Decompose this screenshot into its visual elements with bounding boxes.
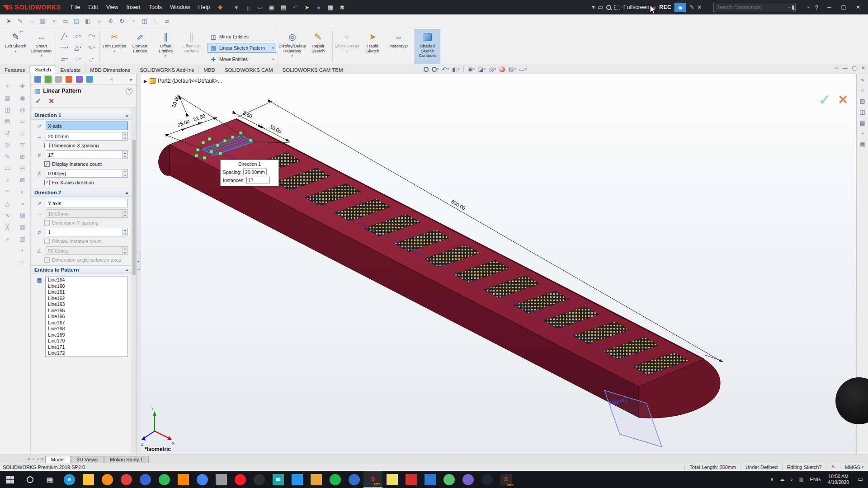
zoom-icon[interactable]: ○ (94, 16, 104, 26)
status-units[interactable]: MMGS ▾ (840, 463, 868, 471)
confirm-cancel-icon[interactable]: ✕ (838, 93, 848, 107)
tab-solidworks-add-ins[interactable]: SOLIDWORKS Add-Ins (135, 66, 199, 74)
displaymanager-tab[interactable] (76, 76, 83, 83)
taskbar-app-app-blue2[interactable] (420, 471, 439, 488)
view-top-icon[interactable]: ▤ (71, 16, 82, 26)
grid-icon[interactable]: ▦ (38, 16, 48, 26)
tab-sketch[interactable]: Sketch (30, 65, 56, 74)
dock-tool-b13[interactable]: ▧ (17, 221, 28, 233)
task-view-button[interactable]: ▦ (40, 471, 60, 488)
tab-features[interactable]: Features (0, 66, 30, 74)
dock-tool-1[interactable]: ⌖ (2, 80, 13, 92)
view-orientation-icon[interactable]: ▣▾ (467, 66, 476, 73)
hide-show-items-icon[interactable]: ◎▾ (488, 66, 497, 73)
tray-clock[interactable]: 10:50 AM 4/10/2020 (824, 474, 853, 485)
zoom-fit-icon[interactable] (423, 67, 429, 72)
taskbar-app-edge[interactable]: e (60, 471, 79, 488)
direction1-angle-field[interactable] (46, 169, 128, 178)
menu-insert[interactable]: Insert (123, 0, 145, 14)
confirm-ok-icon[interactable]: ✓ (819, 91, 831, 108)
featuremanager-tab[interactable] (34, 76, 41, 83)
taskbar-app-browser-globe[interactable] (344, 471, 363, 488)
appearance-icon[interactable]: ◔ (128, 16, 138, 26)
chevron-down-icon[interactable]: ▾ (292, 54, 293, 59)
scrollbar-thumb[interactable] (132, 140, 136, 275)
entity-list-item[interactable]: Line161 (46, 289, 127, 296)
chevron-down-icon[interactable]: ▾ (66, 34, 67, 38)
taskbar-app-firefox[interactable] (98, 471, 117, 488)
display-instance-count1-checkbox[interactable]: ✓ (44, 161, 50, 167)
chevron-down-icon[interactable]: ▾ (66, 57, 68, 61)
dimxpertmanager-tab[interactable] (66, 76, 72, 83)
search-input[interactable] (716, 5, 786, 10)
pin-menu-icon[interactable]: ❖ (217, 4, 223, 11)
dock-tool-b6[interactable]: ▽ (17, 139, 28, 150)
entities-header[interactable]: Entities to Pattern▴ (31, 265, 132, 274)
search-commands-box[interactable]: ▾ (713, 3, 796, 12)
direction1-header[interactable]: Direction 1▴ (31, 111, 132, 120)
panel-scrollbar[interactable] (132, 108, 136, 455)
help-icon[interactable]: ? (815, 4, 818, 11)
taskbar-app-folder-apps[interactable] (307, 471, 326, 488)
view-settings-icon[interactable]: ▭▾ (518, 66, 528, 73)
tray-network-icon[interactable]: ▥ (796, 476, 806, 483)
dimension-icon[interactable]: ↔ (26, 16, 37, 26)
dock-tool-b3[interactable]: ◎ (17, 104, 28, 115)
tab-mbd-dimensions[interactable]: MBD Dimensions (85, 66, 135, 74)
entity-list-item[interactable]: Line169 (46, 332, 127, 338)
entities-list[interactable]: Line164Line160Line161Line162Line163Line1… (45, 277, 128, 357)
taskbar-app-solidworks-2019[interactable]: S2019 (363, 471, 382, 488)
dock-tool-b1[interactable]: ✚ (17, 80, 28, 92)
graphics-viewport[interactable]: 850.00 25.00 22.50 10.00 8.50 10.00 Plan… (141, 74, 856, 455)
chevron-down-icon[interactable]: ▾ (80, 46, 81, 49)
quick-snaps-button[interactable]: ⌖ Quick Snaps ▾ (334, 29, 360, 64)
doc-collapse-icon[interactable]: « (835, 65, 838, 71)
print-icon[interactable]: ▤ (278, 2, 289, 13)
exit-sketch-button[interactable]: ✎↩ Exit Sketch ▾ (3, 29, 28, 64)
apply-scene-icon[interactable]: ▨▾ (507, 66, 517, 73)
snap-icon[interactable]: ⌖ (49, 16, 59, 26)
entity-list-item[interactable]: Line171 (46, 344, 127, 351)
instant2d-button[interactable]: ⇔ Instant2D (386, 29, 411, 64)
dock-tool-b10[interactable]: ◐ (17, 186, 28, 197)
part-left-cap[interactable] (159, 145, 170, 175)
dock-tool-b5[interactable]: ◇ (17, 127, 28, 139)
dock-tool-b7[interactable]: ⊞ (17, 151, 28, 162)
start-button[interactable] (0, 471, 20, 488)
chevron-down-icon[interactable]: ▾ (346, 49, 348, 54)
chevron-down-icon[interactable]: ▾ (458, 67, 460, 71)
tab-solidworks-cam-tbm[interactable]: SOLIDWORKS CAM TBM (278, 66, 348, 74)
display-style-icon[interactable]: ◪▾ (477, 66, 487, 73)
chevron-down-icon[interactable]: ▾ (79, 34, 81, 38)
recorder-zoom-icon[interactable] (606, 5, 611, 10)
view-front-icon[interactable]: ▭ (60, 16, 71, 26)
search-icon[interactable] (792, 5, 794, 10)
chevron-down-icon[interactable]: ▾ (437, 67, 439, 71)
propertymanager-tab[interactable] (45, 76, 52, 83)
direction2-axis-field[interactable] (46, 199, 128, 207)
configurationmanager-tab[interactable] (55, 76, 62, 83)
entity-list-item[interactable]: Line165 (46, 308, 127, 314)
mirror-entities-button[interactable]: ◫ Mirror Entities (208, 32, 276, 42)
dock-tool-b8[interactable]: ⊟ (17, 163, 28, 174)
dock-tool-13[interactable]: ╳ (2, 221, 13, 233)
tray-volume-icon[interactable]: ♪ (788, 476, 796, 483)
entity-list-item[interactable]: Line162 (46, 296, 127, 302)
spinner[interactable]: ▴▾ (122, 151, 127, 159)
pm-tabs-left-icon[interactable]: « (110, 77, 113, 82)
chevron-down-icon[interactable]: ▾ (231, 2, 242, 13)
doc-minimize-button[interactable]: — (842, 65, 847, 71)
recorder-close-icon[interactable]: ✕ (697, 4, 702, 10)
restore-button[interactable]: ▢ (836, 0, 851, 14)
entity-list-item[interactable]: Line167 (46, 320, 127, 326)
tab-mbd[interactable]: MBD (199, 66, 220, 74)
taskbar-app-spotify[interactable] (326, 471, 344, 488)
taskbar-app-photos[interactable] (288, 471, 307, 488)
entity-list-item[interactable]: Line160 (46, 283, 127, 290)
previous-view-icon[interactable]: ↶▾ (441, 66, 450, 73)
direction2-instances-field[interactable] (46, 228, 128, 236)
dock-tool-12[interactable]: ∿ (2, 210, 13, 221)
plane-icon[interactable]: ▱ (162, 16, 172, 26)
taskbar-app-solidworks-2019-b[interactable]: S2019 (496, 471, 515, 488)
taskbar-app-opera[interactable] (231, 471, 250, 488)
